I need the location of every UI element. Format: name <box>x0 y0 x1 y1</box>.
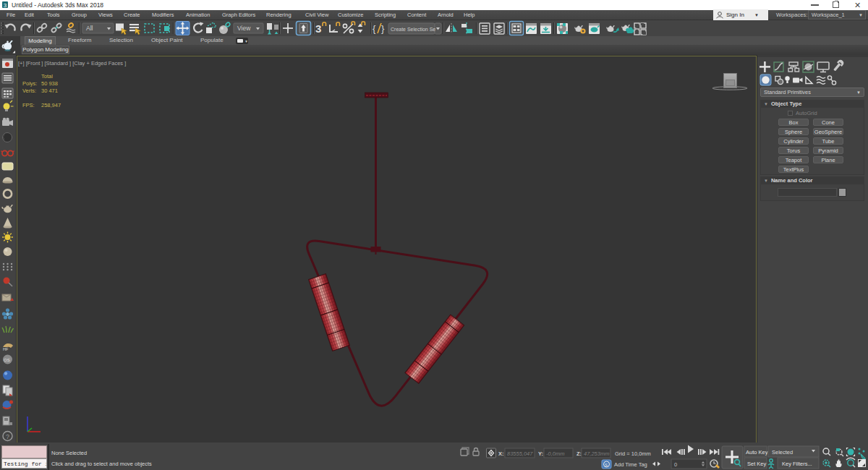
svg-text:?: ? <box>6 433 9 440</box>
svg-text:3: 3 <box>315 22 321 35</box>
svg-text:3: 3 <box>4 2 7 9</box>
svg-text:Z:: Z: <box>576 450 582 457</box>
svg-text:0: 0 <box>674 461 677 468</box>
svg-text:Grid = 10,0mm: Grid = 10,0mm <box>615 450 651 457</box>
svg-text:-0,0mm: -0,0mm <box>546 450 564 457</box>
svg-text:Selected: Selected <box>772 449 793 456</box>
svg-text:HF: HF <box>3 347 9 351</box>
svg-text:}: } <box>381 23 385 34</box>
svg-text:OS: OS <box>4 358 10 362</box>
svg-text:S: S <box>605 463 608 467</box>
svg-text:X:: X: <box>498 450 504 457</box>
svg-text:{: { <box>373 23 376 34</box>
svg-text:83555,047: 83555,047 <box>507 450 533 457</box>
svg-text:View: View <box>237 25 251 32</box>
svg-text:All: All <box>86 25 93 32</box>
svg-text:Auto Key: Auto Key <box>746 449 768 456</box>
svg-text:47,253mm: 47,253mm <box>584 450 609 457</box>
svg-text:Create Selection Se: Create Selection Se <box>391 27 435 32</box>
svg-text:Add Time Tag: Add Time Tag <box>614 461 647 468</box>
svg-text:Set Key: Set Key <box>747 461 767 467</box>
svg-text:Y:: Y: <box>538 450 543 457</box>
svg-text:Key Filters...: Key Filters... <box>782 461 812 467</box>
